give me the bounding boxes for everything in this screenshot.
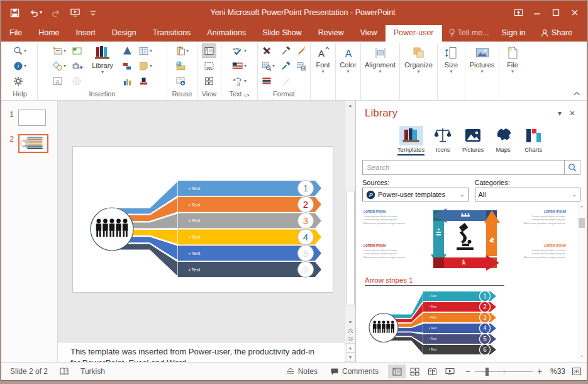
- alignment-menu-button[interactable]: Alignment▾: [363, 43, 397, 74]
- text-translate-button[interactable]: aa▾: [230, 74, 248, 88]
- pane-close-button[interactable]: ✕: [565, 109, 579, 118]
- notes-pane[interactable]: This template was inserted from Power-us…: [58, 342, 345, 362]
- insert-stamp-button[interactable]: [136, 74, 154, 88]
- format-stripes-button[interactable]: [260, 74, 277, 88]
- tab-home[interactable]: Home: [30, 25, 67, 42]
- view-normal-button[interactable]: [202, 43, 216, 58]
- ribbon-display-options-button[interactable]: [509, 4, 528, 21]
- tell-me-box[interactable]: Tell me...: [442, 25, 496, 42]
- color-menu-button[interactable]: A Color▾: [338, 43, 358, 74]
- format-eyedropper2-button[interactable]: [279, 59, 292, 73]
- insert-pyramid-button[interactable]: [120, 43, 135, 58]
- tab-view[interactable]: View: [352, 25, 386, 42]
- reuse-paste-button[interactable]: ▾: [174, 43, 191, 58]
- proofing-button[interactable]: [59, 367, 69, 376]
- view-grid-button[interactable]: [202, 74, 216, 88]
- tab-transitions[interactable]: Transitions: [145, 25, 199, 42]
- slideshow-view-button[interactable]: [441, 364, 458, 378]
- redo-button[interactable]: [51, 8, 61, 18]
- collapse-ribbon-button[interactable]: [573, 91, 580, 96]
- tab-slideshow[interactable]: Slide Show: [254, 25, 310, 42]
- tab-animations[interactable]: Animations: [199, 25, 254, 42]
- format-table-picker-button[interactable]: ▾: [260, 59, 277, 73]
- search-button[interactable]: ▾: [11, 43, 28, 58]
- zoom-out-button[interactable]: −: [465, 366, 471, 376]
- reading-view-button[interactable]: [423, 364, 441, 378]
- scroll-up-chevron[interactable]: ⌃: [579, 205, 584, 214]
- view-notes-button[interactable]: [202, 59, 216, 73]
- zoom-slider-thumb[interactable]: [485, 368, 489, 376]
- dialog-launcher-icon[interactable]: [244, 91, 250, 97]
- info-button[interactable]: i▾: [11, 59, 28, 73]
- save-button[interactable]: [10, 8, 19, 18]
- scrollbar-track[interactable]: [346, 110, 355, 317]
- undo-button[interactable]: ▾: [28, 8, 42, 18]
- format-tools-button[interactable]: [260, 43, 277, 58]
- fit-slide-button[interactable]: [572, 367, 582, 376]
- arrow-stripes-diagram[interactable]: • Text1• Text2• Text3• Text4• Text5• Tex…: [73, 147, 333, 292]
- scrollbar-thumb[interactable]: [347, 191, 355, 305]
- categories-select[interactable]: All ⌄: [475, 188, 581, 201]
- insert-chart-button[interactable]: [120, 74, 135, 88]
- slide-thumbnail-1[interactable]: 1: [1, 110, 57, 126]
- insert-slide-button[interactable]: [70, 43, 85, 58]
- reuse-import-button[interactable]: [174, 59, 191, 73]
- file-menu-button[interactable]: File▾: [501, 43, 524, 74]
- insert-shapes-button[interactable]: ▾: [50, 59, 68, 73]
- template-item-cycle[interactable]: LOREM IPSUMLorem ipsum dolor sit amet,co…: [361, 208, 573, 272]
- library-scrollbar[interactable]: ⌃ ⌄: [577, 205, 586, 361]
- insert-template-button[interactable]: ▾: [50, 43, 68, 58]
- insert-link-button[interactable]: [70, 74, 85, 88]
- reuse-export-button[interactable]: [174, 74, 191, 88]
- slide-canvas[interactable]: • Text1• Text2• Text3• Text4• Text5• Tex…: [72, 146, 333, 293]
- slide-1-preview[interactable]: [18, 110, 46, 126]
- insert-sticky-note-button[interactable]: ▾: [136, 59, 154, 73]
- close-button[interactable]: [565, 4, 584, 21]
- tab-review[interactable]: Review: [310, 25, 352, 42]
- minimize-button[interactable]: [528, 4, 546, 21]
- share-button[interactable]: Share: [532, 25, 581, 42]
- language-indicator[interactable]: Turkish: [80, 367, 105, 376]
- text-proofing-button[interactable]: ABC▾: [230, 43, 248, 58]
- font-menu-button[interactable]: A Font▾: [313, 43, 333, 74]
- library-tab-templates[interactable]: Templates: [396, 125, 426, 155]
- text-language-button[interactable]: ▾: [230, 59, 248, 73]
- settings-button[interactable]: [11, 74, 28, 88]
- slide-sorter-view-button[interactable]: [406, 364, 423, 378]
- vertical-scrollbar[interactable]: ▲ ▼ ▲ ▼: [345, 101, 355, 362]
- start-slideshow-button[interactable]: [70, 8, 80, 18]
- scroll-down-chevron[interactable]: ⌄: [579, 352, 584, 361]
- format-magic-button[interactable]: [294, 43, 308, 58]
- scroll-down-button[interactable]: ▼: [346, 317, 355, 327]
- library-button[interactable]: Library ▾: [87, 43, 118, 75]
- format-brush-button[interactable]: [279, 74, 292, 88]
- sources-select[interactable]: P Power-user templates ⌄: [362, 188, 469, 201]
- normal-view-button[interactable]: [388, 364, 406, 378]
- scroll-up-button[interactable]: ▲: [346, 101, 355, 110]
- insert-table-button[interactable]: ▾: [136, 43, 154, 58]
- library-scroll-track[interactable]: [579, 214, 585, 352]
- next-slide-button[interactable]: [346, 335, 355, 343]
- undo-dropdown[interactable]: ▾: [40, 10, 42, 15]
- format-table-chart-button[interactable]: [294, 59, 308, 73]
- previous-slide-button[interactable]: [346, 327, 355, 335]
- zoom-slider[interactable]: [475, 371, 533, 372]
- search-input[interactable]: [362, 160, 564, 175]
- comments-toggle-button[interactable]: Comments: [327, 365, 382, 378]
- search-submit-button[interactable]: [564, 160, 580, 175]
- tab-design[interactable]: Design: [104, 25, 145, 42]
- tab-insert[interactable]: Insert: [68, 25, 104, 42]
- organize-menu-button[interactable]: Organize▾: [402, 43, 435, 74]
- notes-scroll-down-button[interactable]: ▼: [346, 353, 355, 362]
- slide-2-preview[interactable]: [18, 134, 48, 153]
- pictures-menu-button[interactable]: Pictures▾: [467, 43, 497, 74]
- library-tab-icons[interactable]: Icons: [429, 125, 457, 155]
- slide-editor[interactable]: • Text1• Text2• Text3• Text4• Text5• Tex…: [58, 101, 345, 342]
- size-menu-button[interactable]: Size▾: [440, 43, 463, 74]
- library-tab-maps[interactable]: Maps: [489, 125, 517, 155]
- pane-options-button[interactable]: ▾: [554, 109, 565, 118]
- library-tab-charts[interactable]: Charts: [519, 125, 547, 155]
- tab-file[interactable]: File: [1, 25, 30, 42]
- template-item-arrow-stripes[interactable]: • Text1• Text2• Text3• Text4• Text5• Tex…: [365, 289, 587, 362]
- insert-textbox-button[interactable]: A: [50, 74, 68, 88]
